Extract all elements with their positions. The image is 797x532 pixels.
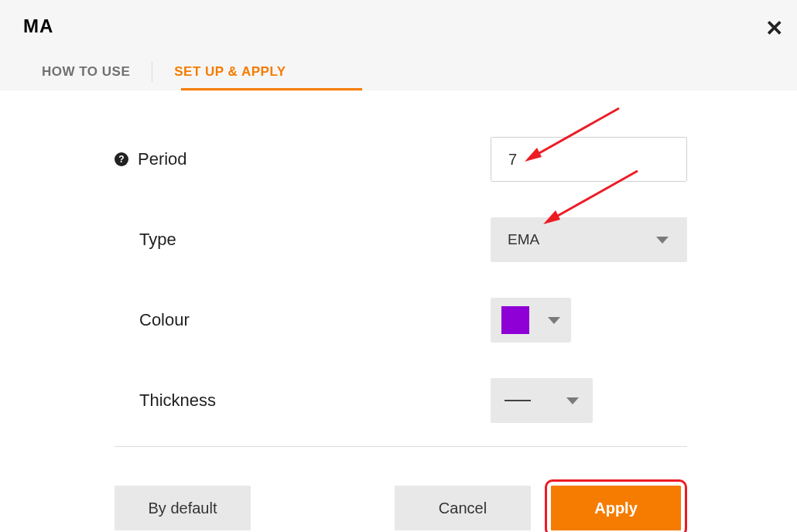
colour-label: Colour [139,310,190,330]
row-thickness: Thickness [115,378,687,423]
apply-button[interactable]: Apply [551,486,681,530]
period-control: + − [491,137,687,182]
type-label: Type [139,230,176,250]
chevron-down-icon [566,397,579,404]
tab-divider [152,62,152,82]
divider [115,446,687,447]
tab-label: SET UP & APPLY [174,64,286,80]
thickness-preview-icon [505,400,531,401]
thickness-label: Thickness [139,390,216,411]
tab-how-to-use[interactable]: HOW TO USE [23,53,149,90]
dialog-header: MA ✕ HOW TO USE SET UP & APPLY [0,0,797,90]
by-default-button[interactable]: By default [115,486,251,530]
tab-label: HOW TO USE [42,64,130,80]
chevron-down-icon [548,317,560,324]
cancel-button[interactable]: Cancel [395,486,531,530]
tab-bar: HOW TO USE SET UP & APPLY [23,53,305,90]
tab-setup-apply[interactable]: SET UP & APPLY [156,53,304,90]
dialog-title: MA [23,15,53,37]
chevron-down-icon [656,237,669,244]
action-bar: By default Cancel Apply [115,479,687,532]
close-button[interactable]: ✕ [765,15,783,41]
period-input[interactable] [491,138,687,181]
row-type: Type EMA [115,217,687,262]
type-select[interactable]: EMA [491,217,687,262]
colour-swatch [501,306,529,334]
apply-highlight: Apply [545,479,687,532]
help-icon[interactable]: ? [115,152,128,166]
colour-select[interactable] [491,298,571,343]
row-colour: Colour [115,298,687,343]
form-content: ? Period + − Type EMA [0,90,797,532]
row-period: ? Period + − [115,137,687,182]
period-label: Period [138,149,187,169]
type-value: EMA [508,231,539,248]
thickness-select[interactable] [491,378,593,423]
